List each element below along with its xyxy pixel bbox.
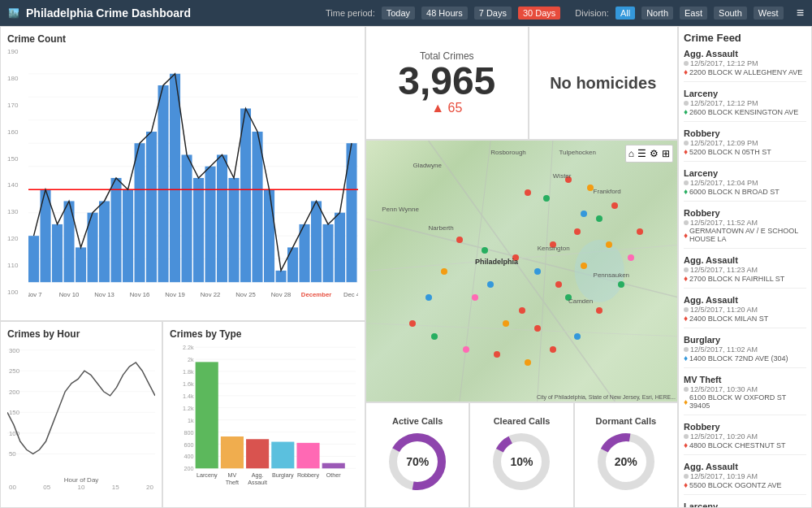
map-crime-dot[interactable] — [581, 211, 587, 217]
map-crime-dot[interactable] — [550, 346, 556, 353]
map-crime-dot[interactable] — [425, 294, 432, 301]
map-home-icon[interactable]: ⌂ — [628, 148, 634, 159]
map-crime-dot[interactable] — [441, 268, 447, 275]
time-btn-48h[interactable]: 48 Hours — [421, 7, 468, 20]
total-crimes-change: ▲ 65 — [431, 101, 462, 115]
map-label-rosborough: Rosborough — [490, 149, 526, 156]
map-crime-dot[interactable] — [606, 241, 612, 248]
map-label-philadelphia: Philadelphia — [475, 258, 518, 266]
map-crime-dot[interactable] — [525, 189, 531, 196]
map-crime-dot[interactable] — [456, 237, 463, 243]
svg-rect-85 — [221, 436, 244, 468]
feed-item[interactable]: Robbery 12/5/2017, 10:20 AM ♦ 4800 BLOCK… — [684, 422, 806, 455]
division-btn-all[interactable]: All — [615, 7, 635, 20]
menu-icon[interactable]: ≡ — [797, 6, 804, 20]
cleared-calls-panel: Cleared Calls 10% — [469, 402, 573, 508]
feed-location: ♦ 2400 BLOCK MILAN ST — [684, 314, 806, 323]
time-btn-7d[interactable]: 7 Days — [474, 7, 512, 20]
svg-text:Other: Other — [326, 471, 342, 479]
svg-text:200: 200 — [184, 465, 194, 472]
hour-tick: 20 — [146, 484, 153, 491]
svg-text:150: 150 — [9, 409, 20, 416]
map-crime-dot[interactable] — [587, 185, 594, 191]
division-btn-north[interactable]: North — [641, 7, 673, 20]
feed-item[interactable]: Burglary 12/5/2017, 11:02 AM ♦ 1400 BLOC… — [684, 335, 806, 368]
feed-item[interactable]: MV Theft 12/5/2017, 10:30 AM ♦ 6100 BLOC… — [684, 375, 806, 415]
feed-crime-type: Agg. Assault — [684, 462, 806, 471]
svg-text:Nov 28: Nov 28 — [271, 291, 291, 298]
map-crime-dot[interactable] — [555, 281, 562, 288]
time-btn-30d[interactable]: 30 Days — [518, 7, 560, 20]
feed-time-icon — [684, 387, 689, 392]
hour-tick: 10 — [78, 484, 85, 491]
time-btn-today[interactable]: Today — [382, 7, 415, 20]
map-list-icon[interactable]: ☰ — [637, 148, 646, 159]
map-crime-dot[interactable] — [574, 228, 581, 235]
map-crime-dot[interactable] — [628, 254, 634, 261]
total-crimes-number: 3,965 — [398, 62, 495, 101]
feed-item[interactable]: Larceny 12/5/2017, 12:04 PM ♦ 6000 BLOCK… — [684, 168, 806, 202]
svg-text:Nov 22: Nov 22 — [201, 291, 220, 298]
svg-rect-40 — [287, 247, 298, 282]
dormant-calls-panel: Dormant Calls 20% — [574, 402, 678, 508]
feed-location-pin: ♦ — [684, 147, 688, 156]
map-crime-dot[interactable] — [494, 351, 500, 358]
hour-x-label: Hour of Day — [7, 476, 155, 484]
map-crime-dot[interactable] — [431, 333, 438, 340]
crimes-type-chart: 2.2k2k1.8k1.6k1.4k1.2k1k800600400200Larc… — [170, 343, 358, 489]
feed-item[interactable]: Robbery 12/5/2017, 12:09 PM ♦ 5200 BLOCK… — [684, 128, 806, 162]
feed-item[interactable]: Robbery 12/5/2017, 11:52 AM ♦ GERMANTOWN… — [684, 208, 806, 249]
city-icon: 🏙️ — [8, 8, 19, 19]
map-crime-dot[interactable] — [596, 215, 603, 222]
feed-item[interactable]: Agg. Assault 12/5/2017, 12:12 PM ♦ 2200 … — [684, 49, 806, 82]
map-crime-dot[interactable] — [409, 320, 416, 327]
map-crime-dot[interactable] — [618, 281, 624, 288]
crimes-hour-panel: Crimes by Hour 50100150200250300 Hour of… — [0, 321, 162, 508]
map-crime-dot[interactable] — [581, 263, 587, 269]
svg-rect-34 — [240, 108, 251, 282]
svg-text:Nov 19: Nov 19 — [165, 291, 184, 298]
feed-crime-type: Agg. Assault — [684, 295, 806, 305]
svg-rect-26 — [170, 74, 180, 282]
feed-time: 12/5/2017, 12:09 PM — [684, 139, 806, 147]
map-crime-dot[interactable] — [574, 333, 581, 340]
map-crime-dot[interactable] — [534, 268, 541, 275]
calls-row: Active Calls 70% Cleared Calls 10% — [365, 402, 678, 508]
map-crime-dot[interactable] — [487, 281, 494, 288]
map-crime-dot[interactable] — [543, 195, 550, 202]
feed-item[interactable]: Agg. Assault 12/5/2017, 11:23 AM ♦ 2700 … — [684, 255, 806, 289]
feed-location-pin: ♦ — [684, 314, 688, 323]
crime-count-title: Crime Count — [7, 33, 358, 45]
map-settings-icon[interactable]: ⚙ — [650, 148, 659, 159]
division-btn-south[interactable]: South — [714, 7, 747, 20]
map-crime-dot[interactable] — [611, 202, 618, 209]
map-crime-dot[interactable] — [525, 359, 531, 366]
feed-item[interactable]: Larceny 12/5/2017, 12:12 PM ♦ 2600 BLOCK… — [684, 89, 806, 122]
feed-crime-type: Larceny — [684, 89, 806, 98]
map-crime-dot[interactable] — [637, 228, 643, 235]
division-btn-west[interactable]: West — [754, 7, 784, 20]
map-crime-dot[interactable] — [482, 247, 488, 254]
division-btn-east[interactable]: East — [680, 7, 707, 20]
map-label-frankford: Frankford — [594, 188, 621, 195]
map-crime-dot[interactable] — [534, 325, 541, 332]
feed-crime-type: Robbery — [684, 128, 806, 138]
map-crime-dot[interactable] — [463, 346, 469, 353]
feed-item[interactable]: Agg. Assault 12/5/2017, 10:19 AM ♦ 5500 … — [684, 462, 806, 495]
map-crime-dot[interactable] — [503, 320, 509, 327]
no-homicides-panel: No homicides — [529, 26, 679, 140]
map-panel[interactable]: ⌂ ☰ ⚙ ⊞ City of Philadelphia, State of N… — [365, 140, 678, 402]
map-grid-icon[interactable]: ⊞ — [662, 148, 670, 159]
feed-item[interactable]: Agg. Assault 12/5/2017, 11:20 AM ♦ 2400 … — [684, 295, 806, 328]
map-controls[interactable]: ⌂ ☰ ⚙ ⊞ — [625, 145, 673, 163]
feed-time-icon — [684, 220, 689, 225]
svg-text:300: 300 — [9, 347, 20, 354]
map-crime-dot[interactable] — [472, 294, 478, 301]
map-crime-dot[interactable] — [519, 307, 525, 314]
svg-text:400: 400 — [184, 453, 194, 460]
map-label-pennsauken: Pennsauken — [594, 271, 629, 279]
feed-location: ♦ 2600 BLOCK KENSINGTON AVE — [684, 107, 806, 116]
map-crime-dot[interactable] — [596, 307, 603, 314]
feed-item[interactable]: Larceny 12/5/2017, 10:14 AM ♦ 1000 BLOCK… — [684, 501, 806, 508]
feed-location-pin: ♦ — [684, 441, 688, 449]
